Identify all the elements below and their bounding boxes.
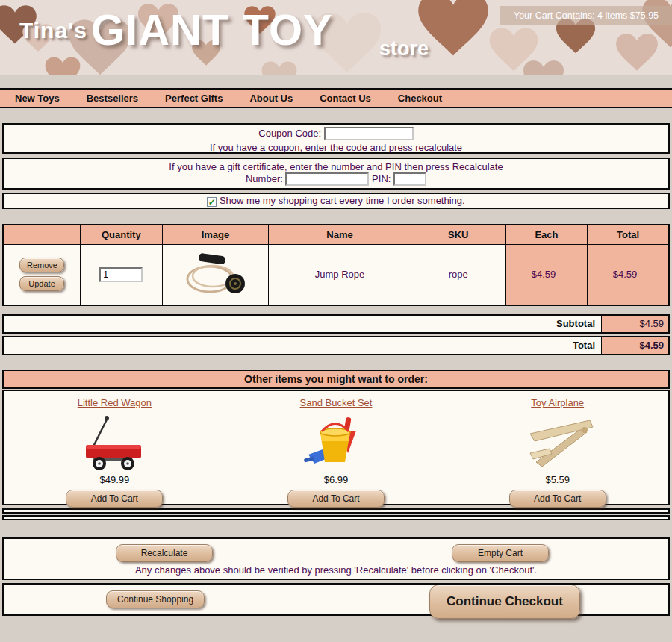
product-sku: rope: [411, 244, 505, 305]
suggestion-price-bucket: $6.99: [225, 474, 447, 485]
brand-prefix: Tina's: [19, 18, 87, 43]
coupon-panel: Coupon Code: If you have a coupon, enter…: [2, 123, 670, 154]
brand-suffix: store: [379, 37, 429, 60]
sand-bucket-image: [302, 411, 370, 473]
col-header-sku: SKU: [411, 225, 505, 244]
suggestion-link-wagon[interactable]: Little Red Wagon: [78, 397, 152, 408]
continue-checkout-button[interactable]: Continue Checkout: [429, 585, 580, 619]
suggestion-link-bucket[interactable]: Sand Bucket Set: [300, 397, 373, 408]
total-value: $4.59: [601, 337, 668, 354]
jump-rope-image: [174, 245, 256, 302]
remove-button[interactable]: Remove: [19, 258, 64, 272]
gift-certificate-panel: If you have a gift certificate, enter th…: [2, 158, 670, 190]
coupon-label: Coupon Code:: [258, 128, 321, 139]
cart-row-jump-rope: Remove Update Jump Rope rope $4.59 $4.59: [3, 244, 669, 305]
update-button[interactable]: Update: [19, 276, 64, 291]
add-to-cart-button-bucket[interactable]: Add To Cart: [287, 490, 385, 508]
nav-item-checkout[interactable]: Checkout: [398, 93, 442, 104]
divider-bar: [2, 515, 670, 520]
cart-table: Quantity Image Name SKU Each Total Remov…: [2, 224, 670, 306]
recalculate-note: Any changes above should be verified by …: [4, 564, 668, 576]
subtotal-label: Subtotal: [4, 316, 601, 332]
quantity-cell: [81, 244, 163, 305]
suggestion-link-airplane[interactable]: Toy Airplane: [531, 397, 584, 408]
suggestion-little-red-wagon: Little Red Wagon $49.99 Add To Cart: [4, 391, 225, 504]
nav-item-perfect-gifts[interactable]: Perfect Gifts: [165, 93, 223, 104]
brand-main: GIANT TOY: [91, 4, 333, 54]
add-to-cart-button-airplane[interactable]: Add To Cart: [509, 490, 606, 508]
product-name: Jump Rope: [269, 244, 411, 305]
cart-row-actions-cell: Remove Update: [3, 244, 81, 305]
nav-item-bestsellers[interactable]: Bestsellers: [87, 93, 138, 104]
gift-number-label: Number:: [246, 173, 283, 184]
checkout-actions-panel: Continue Shopping Continue Checkout: [2, 583, 670, 616]
col-header-quantity: Quantity: [81, 225, 163, 244]
product-each-price: $4.59: [505, 244, 587, 305]
subtotal-row: Subtotal $4.59: [2, 314, 670, 334]
suggestion-price-airplane: $5.59: [447, 474, 668, 485]
recalculate-button[interactable]: Recalculate: [116, 544, 213, 562]
show-cart-checkbox[interactable]: ✓: [207, 197, 217, 207]
empty-cart-button[interactable]: Empty Cart: [452, 544, 549, 562]
add-to-cart-button-wagon[interactable]: Add To Cart: [66, 490, 163, 508]
col-header-name: Name: [269, 225, 411, 244]
site-header: Tina's GIANT TOY store Your Cart Contain…: [0, 0, 672, 75]
product-total-price: $4.59: [588, 244, 669, 305]
col-header-actions: [3, 225, 81, 244]
cart-table-header-row: Quantity Image Name SKU Each Total: [3, 225, 669, 244]
suggestion-price-wagon: $49.99: [4, 474, 225, 485]
suggestions-panel: Little Red Wagon $49.99 Add To Cart Sand…: [2, 390, 670, 505]
coupon-input[interactable]: [324, 127, 414, 140]
main-nav: New Toys Bestsellers Perfect Gifts About…: [0, 88, 672, 108]
total-label: Total: [4, 337, 601, 354]
toy-airplane-image: [517, 411, 599, 473]
quantity-input[interactable]: [99, 267, 143, 282]
gift-number-input[interactable]: [285, 172, 369, 186]
red-wagon-image: [77, 411, 152, 473]
gift-hint: If you have a gift certificate, enter th…: [4, 161, 668, 172]
col-header-total: Total: [588, 225, 669, 244]
total-row: Total $4.59: [2, 336, 670, 355]
gift-pin-label: PIN:: [372, 173, 391, 184]
subtotal-value: $4.59: [601, 316, 668, 332]
product-image-cell: [162, 244, 269, 305]
suggestion-toy-airplane: Toy Airplane $5.59 Add To Cart: [447, 391, 668, 504]
col-header-image: Image: [162, 225, 269, 244]
cart-summary-badge: Your Cart Contains: 4 items $75.95: [500, 6, 672, 25]
cart-actions-panel: Recalculate Empty Cart Any changes above…: [2, 537, 670, 580]
col-header-each: Each: [505, 225, 587, 244]
divider-bar: [2, 508, 670, 514]
coupon-hint: If you have a coupon, enter the code and…: [4, 142, 668, 153]
nav-item-new-toys[interactable]: New Toys: [15, 93, 60, 104]
suggestion-sand-bucket-set: Sand Bucket Set $6.99 Add To Cart: [225, 391, 447, 504]
nav-item-about-us[interactable]: About Us: [249, 93, 293, 104]
show-cart-label: Show me my shopping cart every time I or…: [220, 195, 465, 206]
nav-item-contact-us[interactable]: Contact Us: [320, 93, 371, 104]
show-cart-panel: ✓ Show me my shopping cart every time I …: [2, 193, 670, 209]
suggestions-header: Other items you might want to order:: [2, 370, 670, 389]
continue-shopping-button[interactable]: Continue Shopping: [106, 590, 205, 608]
gift-pin-input[interactable]: [393, 172, 426, 186]
